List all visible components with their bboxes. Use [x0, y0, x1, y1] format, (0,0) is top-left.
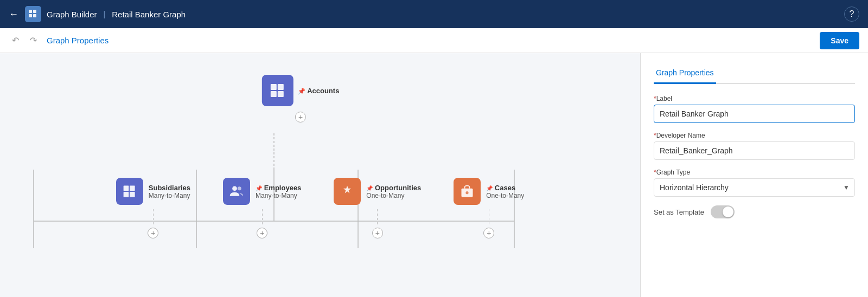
child-node-employees[interactable]: 📌 Employees Many-to-Many +	[223, 178, 301, 238]
template-toggle[interactable]	[711, 205, 735, 218]
root-add-button[interactable]: +	[295, 112, 306, 122]
breadcrumb: Graph Properties	[47, 36, 108, 45]
label-input[interactable]	[654, 105, 855, 123]
help-icon: ?	[850, 9, 854, 19]
graph-type-select-wrapper: Horizontal Hierarchy Vertical Hierarchy …	[654, 178, 855, 197]
graph-canvas[interactable]: 📌 Accounts +	[0, 53, 640, 297]
undo-button[interactable]: ↶	[9, 33, 22, 48]
label-field-label: *Label	[654, 95, 855, 102]
label-field-group: *Label	[654, 95, 855, 123]
subsidiaries-icon-box[interactable]	[116, 178, 143, 205]
cases-add-button[interactable]: +	[483, 228, 494, 238]
dev-name-field-label: *Developer Name	[654, 132, 855, 139]
cases-relation: One-to-Many	[486, 192, 524, 199]
graph-type-field-label: *Graph Type	[654, 169, 855, 176]
employees-relation: Many-to-Many	[256, 192, 301, 199]
svg-rect-22	[130, 192, 135, 197]
graph-type-field-group: *Graph Type Horizontal Hierarchy Vertica…	[654, 169, 855, 197]
svg-rect-21	[123, 192, 129, 197]
opportunities-add-button[interactable]: +	[372, 228, 383, 238]
toolbar: ↶ ↷ Graph Properties Save	[0, 28, 868, 53]
right-panel: Graph Properties *Label *Developer Name …	[640, 53, 868, 297]
employees-icon-box[interactable]	[223, 178, 250, 205]
dev-name-input[interactable]	[654, 141, 855, 160]
panel-tabs: Graph Properties	[654, 64, 855, 84]
svg-rect-2	[29, 14, 32, 17]
tab-graph-properties[interactable]: Graph Properties	[654, 64, 716, 84]
app-icon	[25, 6, 41, 22]
svg-rect-1	[33, 10, 36, 13]
svg-rect-0	[29, 10, 32, 13]
children-row: Subsidiaries Many-to-Many +	[0, 178, 640, 238]
svg-point-23	[232, 186, 237, 191]
top-bar: ← Graph Builder | Retail Banker Graph ?	[0, 0, 868, 28]
help-button[interactable]: ?	[844, 7, 859, 22]
svg-rect-18	[278, 91, 284, 97]
title-separator: |	[104, 10, 106, 18]
svg-rect-3	[33, 14, 36, 17]
template-toggle-label: Set as Template	[654, 208, 704, 216]
child-node-opportunities[interactable]: 📌 Opportunities One-to-Many +	[334, 178, 421, 238]
opportunities-icon-box[interactable]	[334, 178, 361, 205]
svg-point-24	[238, 186, 241, 190]
graph-type-select[interactable]: Horizontal Hierarchy Vertical Hierarchy	[654, 178, 855, 197]
root-node-box[interactable]	[262, 75, 293, 106]
root-node-label: 📌 Accounts	[298, 87, 339, 95]
svg-rect-19	[123, 186, 129, 191]
subsidiaries-label: Subsidiaries	[149, 184, 190, 192]
cases-label: 📌 Cases	[486, 184, 524, 192]
subsidiaries-add-button[interactable]: +	[148, 228, 158, 238]
page-title: Retail Banker Graph	[112, 10, 186, 19]
back-button[interactable]: ←	[9, 9, 18, 20]
subsidiaries-relation: Many-to-Many	[149, 192, 190, 199]
child-node-subsidiaries[interactable]: Subsidiaries Many-to-Many +	[116, 178, 190, 238]
main-layout: 📌 Accounts +	[0, 53, 868, 297]
opportunities-relation: One-to-Many	[366, 192, 421, 199]
svg-rect-17	[271, 91, 277, 97]
svg-rect-16	[278, 84, 284, 90]
svg-rect-20	[130, 186, 135, 191]
employees-label: 📌 Employees	[256, 184, 301, 192]
template-toggle-row: Set as Template	[654, 205, 855, 218]
toggle-knob	[723, 206, 733, 217]
employees-add-button[interactable]: +	[257, 228, 267, 238]
root-node[interactable]: 📌 Accounts +	[262, 75, 339, 122]
app-title: Graph Builder	[47, 10, 97, 19]
dev-name-field-group: *Developer Name	[654, 132, 855, 160]
child-node-cases[interactable]: 📌 Cases One-to-Many +	[454, 178, 524, 238]
svg-rect-15	[271, 84, 277, 90]
cases-icon-box[interactable]	[454, 178, 481, 205]
save-button[interactable]: Save	[820, 32, 859, 49]
svg-point-26	[466, 191, 469, 194]
opportunities-label: 📌 Opportunities	[366, 184, 421, 192]
redo-button[interactable]: ↷	[27, 33, 40, 48]
